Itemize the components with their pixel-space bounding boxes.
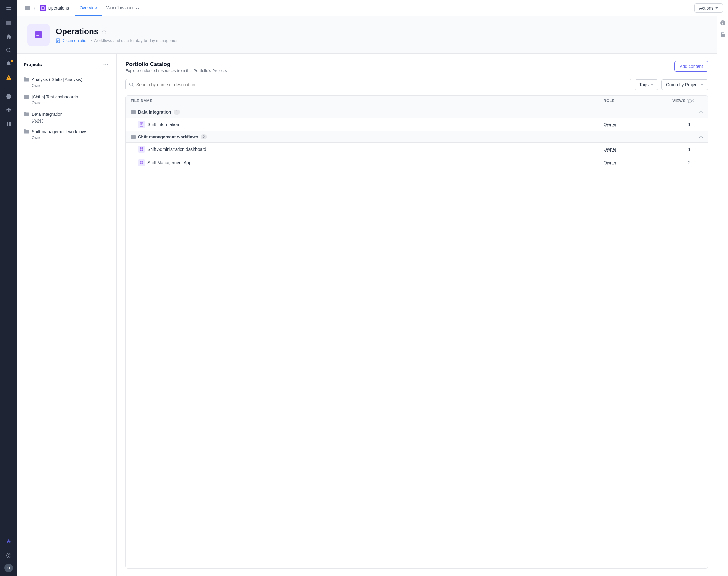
add-content-button[interactable]: Add content [674,61,708,72]
group-1-name: Shift management workflows [138,134,198,139]
project-3-name: Shift management workflows [32,129,87,134]
project-1-role: Owner [32,101,110,105]
project-folder-icon [24,94,29,99]
svg-rect-13 [140,123,143,126]
main-content: / Operations Overview Workflow access Ac… [18,0,728,576]
doc-link-text: Documentation [61,38,88,43]
catalog-title: Portfolio Catalog [125,61,227,68]
brand-icon-inner [41,6,45,10]
panel-info-icon[interactable] [718,19,727,27]
project-3-role: Owner [32,136,110,140]
integrations-nav-icon[interactable] [3,536,14,547]
project-2-name: Data Integration [32,112,63,117]
file-row-shift-admin[interactable]: Shift Administration dashboard Owner 1 [126,143,708,156]
text-cursor: | [626,82,628,88]
project-name-row: Analysis ([Shifts] Analysis) [24,77,110,82]
search-input[interactable] [136,82,624,87]
col-header-filename: FILE NAME [130,99,604,103]
breadcrumb-folder-icon[interactable] [3,18,14,29]
alerts-icon[interactable] [3,72,14,83]
group-folder-icon [130,110,136,114]
actions-button[interactable]: Actions [695,3,723,13]
project-item-data-integration[interactable]: Data Integration Owner [18,108,116,126]
svg-rect-23 [140,163,142,165]
search-nav-icon[interactable] [3,45,14,56]
nav-folder-icon[interactable] [22,3,32,13]
file-0-0-name: Shift Information [147,122,179,127]
documentation-link[interactable]: Documentation [56,38,88,43]
layers-nav-icon[interactable] [3,105,14,116]
meta-description: • Workflows and data for day-to-day mana… [91,38,179,43]
page-icon [27,24,50,46]
col-header-views: VIEWS [647,99,691,103]
group-by-button[interactable]: Group by Project [661,80,708,90]
catalog-table: FILE NAME ROLE VIEWS [125,95,708,569]
file-name-cell: Shift Information [130,121,604,128]
nav-tabs: Overview Workflow access [75,1,143,16]
catalog-title-section: Portfolio Catalog Explore endorsed resou… [125,61,227,73]
brand-nav-item[interactable]: Operations [37,4,71,12]
apps-nav-icon[interactable] [3,118,14,129]
tags-filter-button[interactable]: Tags [635,80,658,90]
history-nav-icon[interactable] [3,91,14,102]
search-filters: | Tags Group by Project [125,79,708,90]
svg-rect-11 [57,41,58,41]
file-1-1-name: Shift Management App [147,160,192,165]
page-meta: Documentation • Workflows and data for d… [56,38,180,43]
brand-icon [40,5,46,11]
file-row-shift-mgmt-app[interactable]: Shift Management App Owner 2 [126,156,708,169]
project-name-row: Shift management workflows [24,129,110,134]
top-actions: Actions [695,3,723,13]
file-row-shift-information[interactable]: Shift Information Owner 1 [126,118,708,131]
svg-rect-10 [57,40,59,41]
projects-panel: Projects ··· Analysis ([Shifts] Analysis… [18,54,117,576]
svg-rect-21 [140,161,142,163]
svg-rect-6 [36,34,41,34]
project-2-role: Owner [32,118,110,123]
group-shift-management[interactable]: Shift management workflows 2 [126,131,708,143]
home-nav-icon[interactable] [3,31,14,42]
projects-title: Projects [24,62,42,67]
menu-toggle-icon[interactable] [3,4,14,15]
svg-rect-14 [141,123,143,124]
tab-overview[interactable]: Overview [75,1,102,16]
table-close-icon[interactable] [691,99,694,103]
svg-rect-2 [6,10,11,11]
notifications-icon[interactable] [3,58,14,69]
favorite-star-icon[interactable]: ☆ [101,28,107,35]
project-1-name: [Shifts] Test dashboards [32,94,78,99]
project-name-row: [Shifts] Test dashboards [24,94,110,99]
group-1-collapse-icon [699,136,703,138]
file-1-1-role: Owner [604,160,647,165]
catalog-header: Portfolio Catalog Explore endorsed resou… [125,61,708,73]
file-1-0-role: Owner [604,147,647,152]
tab-workflow-access[interactable]: Workflow access [102,1,143,16]
brand-name: Operations [48,6,69,10]
project-folder-icon [24,129,29,134]
table-header: FILE NAME ROLE VIEWS [126,95,708,107]
views-info-icon[interactable] [687,99,691,103]
group-0-collapse-icon [699,111,703,113]
search-box[interactable]: | [125,79,632,90]
projects-menu-button[interactable]: ··· [101,60,110,68]
group-folder-icon [130,135,136,139]
file-1-0-views: 1 [647,147,691,152]
panel-lock-icon[interactable] [718,30,727,38]
help-nav-icon[interactable] [3,550,14,561]
page-title-row: Operations ☆ [56,27,180,36]
notification-badge [10,60,13,62]
project-item-shift-mgmt[interactable]: Shift management workflows Owner [18,126,116,143]
project-0-name: Analysis ([Shifts] Analysis) [32,77,82,82]
svg-rect-18 [142,147,144,149]
group-data-integration[interactable]: Data Integration 1 [126,107,708,118]
project-folder-icon [24,111,29,117]
group-by-dropdown-icon [700,84,703,86]
file-1-0-name: Shift Administration dashboard [147,147,206,152]
project-item-analysis[interactable]: Analysis ([Shifts] Analysis) Owner [18,74,116,91]
group-name-cell: Data Integration 1 [130,110,604,115]
catalog-panel: Portfolio Catalog Explore endorsed resou… [117,54,717,576]
project-item-shifts-test[interactable]: [Shifts] Test dashboards Owner [18,91,116,108]
group-0-count: 1 [174,110,180,115]
user-avatar[interactable]: U [4,564,13,572]
actions-label: Actions [699,6,714,10]
